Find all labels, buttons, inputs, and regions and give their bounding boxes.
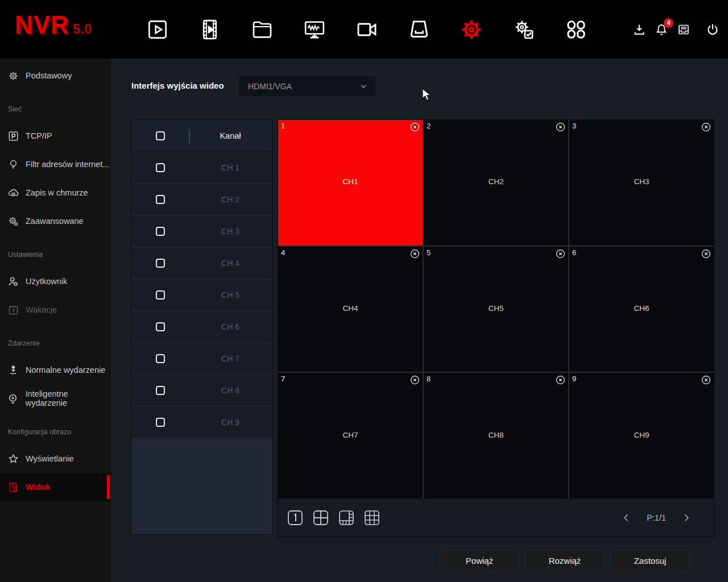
close-icon[interactable] [410,375,420,385]
table-row[interactable]: CH 9 [131,407,272,438]
grid-cell[interactable]: 2 CH2 [424,120,568,246]
calendar-icon [7,304,19,316]
sidebar-item-tcpip[interactable]: TCP/IP [0,122,111,150]
sidebar-item-podstawowy[interactable]: Podstawowy [0,61,111,90]
close-icon[interactable] [410,122,420,132]
table-row[interactable]: CH 4 [131,248,272,278]
smart-event-icon [7,392,19,405]
storage-icon[interactable] [407,18,431,41]
row-checkbox[interactable] [156,290,165,300]
logo-version: 5.0 [73,20,92,38]
row-checkbox[interactable] [156,163,165,172]
sidebar-item-label: Zaawansowane [26,217,84,226]
row-checkbox[interactable] [156,418,165,427]
sidebar-section-siec: Sieć [8,103,111,115]
sidebar-item-inteligentne-wydarzenie[interactable]: Inteligentne wydarzenie [0,384,111,413]
sidebar-item-filtr-adresow[interactable]: Filtr adresów internet... [0,150,111,178]
cell-number: 8 [427,375,431,383]
channel-rows: CH 1 CH 2 CH 3 CH 4 CH 5 CH 6 [131,152,272,438]
notification-bell-icon[interactable]: 4 [654,22,669,37]
table-row[interactable]: CH 8 [131,375,272,406]
bind-button[interactable]: Powiąż [440,550,519,572]
sidebar-item-label: Inteligentne wydarzenie [26,389,111,408]
sidebar-item-normalne-wydarzenie[interactable]: Normalne wydarzenie [0,356,111,384]
camera-icon[interactable] [355,18,379,41]
table-row[interactable]: CH 1 [131,152,272,183]
ip-filter-icon [7,158,19,171]
live-view-icon[interactable] [146,18,169,41]
maintenance-icon[interactable] [512,18,536,41]
cloud-storage-icon [7,186,19,199]
close-icon[interactable] [556,122,565,132]
close-icon[interactable] [701,122,711,132]
tcpip-icon [7,130,19,142]
sidebar-item-label: Wakacje [26,305,57,314]
grid-cell[interactable]: 7 CH7 [278,373,423,498]
video-output-label: Interfejs wyjścia wideo [131,81,224,90]
unbind-button[interactable]: Rozwiąż [525,550,605,572]
sidebar-item-wyswietlanie[interactable]: Wyświetlanie [0,444,111,473]
channel-label: CH 8 [188,375,272,406]
apply-button[interactable]: Zastosuj [610,550,690,572]
close-icon[interactable] [701,375,711,385]
sidebar-item-label: Wyświetlanie [26,454,73,463]
download-icon[interactable] [632,22,647,37]
topbar-nav [146,0,588,59]
table-row[interactable]: CH 2 [131,184,272,215]
row-checkbox[interactable] [156,195,165,204]
sidebar-item-widok[interactable]: Widok [0,473,111,501]
grid-cell[interactable]: 6 CH6 [569,247,714,372]
prev-page-icon[interactable] [622,513,631,522]
table-row[interactable]: CH 5 [131,280,272,310]
table-row[interactable]: CH 3 [131,216,272,247]
grid-cell[interactable]: 4 CH4 [278,247,423,372]
file-manager-icon[interactable] [250,18,274,41]
sidebar-item-wakacje[interactable]: Wakacje [0,296,111,324]
sidebar-item-zaawansowane[interactable]: Zaawansowane [0,207,111,235]
layout-4-icon[interactable] [312,509,329,526]
cell-number: 3 [572,122,576,130]
row-checkbox[interactable] [156,227,165,236]
next-page-icon[interactable] [682,513,691,522]
sidebar-item-label: Filtr adresów internet... [26,160,109,169]
layout-switcher [287,498,380,537]
layout-9-icon[interactable] [363,509,380,526]
sidebar-item-zapis-w-chmurze[interactable]: Zapis w chmurze [0,178,111,207]
table-row[interactable]: CH 6 [131,311,272,342]
table-row[interactable]: CH 7 [131,343,272,374]
nvr-settings-screen: NVR 5.0 [0,0,728,582]
close-icon[interactable] [410,249,420,259]
archive-drawer-icon[interactable] [676,22,691,37]
close-icon[interactable] [556,249,565,259]
power-icon[interactable] [705,22,720,37]
video-output-dropdown[interactable]: HDMI1/VGA [238,76,376,97]
cell-number: 4 [281,248,285,257]
row-checkbox[interactable] [156,354,165,363]
row-checkbox[interactable] [156,259,165,268]
channel-column-title: Kanał [188,120,272,152]
system-monitor-icon[interactable] [303,18,326,41]
sidebar-item-uzytkownik[interactable]: Użytkownik [0,267,111,296]
channel-label: CH 2 [188,184,272,215]
layout-1-icon[interactable] [287,509,304,526]
grid-cell[interactable]: 9 CH9 [569,373,714,498]
apps-grid-icon[interactable] [564,18,588,41]
settings-gear-icon[interactable] [460,18,483,41]
cell-number: 1 [281,122,285,130]
close-icon[interactable] [556,375,565,385]
select-all-checkbox[interactable] [156,131,165,140]
row-checkbox[interactable] [156,386,165,395]
close-icon[interactable] [701,249,711,259]
row-checkbox[interactable] [156,322,165,331]
channel-table-header: Kanał [131,120,272,152]
layout-8-icon[interactable] [338,509,355,526]
grid-cell[interactable]: 3 CH3 [569,120,714,246]
person-event-icon [7,364,19,376]
playback-icon[interactable] [198,18,222,41]
channel-label: CH 7 [188,343,272,374]
cell-number: 6 [572,248,576,257]
grid-cell[interactable]: 5 CH5 [424,247,568,372]
grid-cell[interactable]: 1 CH1 [278,120,423,246]
sidebar-section-ustawienia: Ustawienia [8,249,111,260]
grid-cell[interactable]: 8 CH8 [424,373,568,498]
